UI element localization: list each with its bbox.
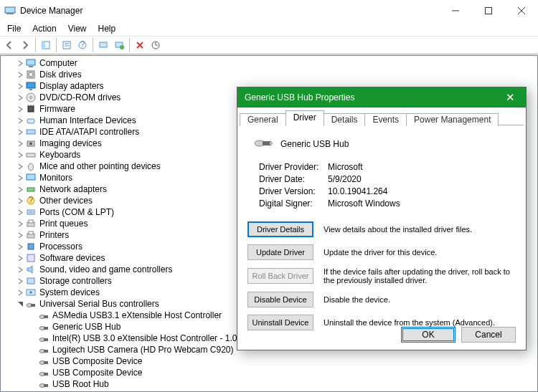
device-category-icon: [25, 264, 37, 275]
tree-node-label: Firmware: [39, 103, 75, 115]
uninstall-device-button[interactable]: Uninstall Device: [247, 315, 313, 330]
tab-details[interactable]: Details: [324, 113, 366, 126]
chevron-right-icon[interactable]: [15, 278, 25, 285]
titlebar: Device Manager: [0, 0, 538, 21]
dialog-title: Generic USB Hub Properties: [245, 92, 499, 102]
forward-button[interactable]: [17, 37, 33, 53]
tree-node-label: Display adapters: [39, 80, 103, 92]
dialog-titlebar[interactable]: Generic USB Hub Properties ✕: [237, 87, 526, 107]
menu-action[interactable]: Action: [27, 22, 62, 35]
chevron-right-icon[interactable]: [15, 163, 25, 170]
svg-rect-37: [27, 174, 35, 180]
tree-node[interactable]: Computer: [2, 57, 537, 69]
tree-node-label: Mice and other pointing devices: [39, 161, 161, 172]
svg-rect-7: [42, 42, 45, 49]
chevron-right-icon[interactable]: [15, 198, 25, 204]
tree-node-label: Storage controllers: [39, 275, 112, 287]
tree-child[interactable]: USB Composite Device: [15, 367, 537, 378]
tree-node-label: Computer: [39, 57, 77, 69]
chevron-right-icon[interactable]: [15, 152, 25, 158]
help-button[interactable]: ?: [75, 37, 90, 53]
version-value: 10.0.19041.264: [328, 186, 387, 196]
chevron-right-icon[interactable]: [15, 209, 25, 216]
svg-rect-32: [27, 130, 35, 134]
svg-rect-57: [44, 327, 48, 330]
disable-device-button[interactable]: Disable Device: [247, 292, 313, 307]
provider-value: Microsoft: [328, 162, 363, 172]
tree-node[interactable]: Disk drives: [2, 69, 537, 80]
chevron-right-icon[interactable]: [15, 244, 25, 250]
update-driver-button[interactable]: Update Driver: [247, 244, 313, 260]
svg-rect-24: [29, 89, 32, 90]
cancel-button[interactable]: Cancel: [461, 327, 516, 343]
tab-events[interactable]: Events: [364, 113, 407, 126]
tree-node-label: Universal Serial Bus controllers: [39, 298, 159, 310]
back-button[interactable]: [1, 37, 17, 53]
toolbar-sep: [35, 38, 36, 52]
tab-general[interactable]: General: [240, 113, 286, 126]
svg-point-15: [120, 45, 124, 49]
svg-point-34: [29, 143, 32, 145]
svg-rect-19: [27, 59, 35, 65]
chevron-right-icon[interactable]: [15, 83, 25, 90]
maximize-button[interactable]: [472, 0, 505, 21]
tree-child[interactable]: USB Root Hub: [15, 378, 537, 390]
tab-driver[interactable]: Driver: [285, 110, 324, 125]
chevron-right-icon[interactable]: [15, 118, 25, 124]
svg-rect-74: [270, 142, 273, 145]
rollback-driver-desc: If the device fails after updating the d…: [324, 267, 516, 285]
tree-node-label: ASMedia USB3.1 eXtensible Host Controlle…: [52, 310, 222, 321]
svg-point-36: [29, 163, 34, 171]
chevron-right-icon[interactable]: [15, 72, 25, 78]
chevron-right-icon[interactable]: [15, 60, 25, 67]
version-label: Driver Version:: [259, 186, 328, 196]
svg-rect-67: [44, 384, 48, 387]
uninstall-button[interactable]: [132, 37, 148, 53]
scan-button[interactable]: [95, 37, 111, 53]
close-button[interactable]: [505, 0, 538, 21]
rollback-driver-button: Roll Back Driver: [247, 268, 313, 284]
chevron-down-icon[interactable]: [15, 301, 25, 307]
tab-power-management[interactable]: Power Management: [406, 113, 499, 126]
menu-help[interactable]: Help: [93, 22, 122, 35]
chevron-right-icon[interactable]: [15, 140, 25, 147]
chevron-right-icon[interactable]: [15, 232, 25, 239]
chevron-right-icon[interactable]: [15, 255, 25, 262]
usb-icon: [38, 333, 49, 344]
tree-child[interactable]: USB Composite Device: [15, 355, 537, 367]
device-category-icon: [25, 241, 37, 252]
tree-node-label: Monitors: [39, 172, 72, 183]
chevron-right-icon[interactable]: [15, 186, 25, 193]
usb-icon: [38, 355, 49, 367]
svg-text:?: ?: [29, 195, 34, 205]
window-controls: [439, 0, 538, 21]
toolbar: ?: [0, 36, 538, 54]
driver-details-button[interactable]: Driver Details: [247, 221, 313, 237]
chevron-right-icon[interactable]: [15, 106, 25, 113]
chevron-right-icon[interactable]: [15, 221, 25, 227]
svg-rect-63: [44, 361, 48, 364]
uninstall-device-desc: Uninstall the device from the system (Ad…: [324, 318, 516, 327]
signer-value: Microsoft Windows: [328, 199, 400, 209]
tree-node-label: Disk drives: [39, 69, 82, 80]
properties-button[interactable]: [59, 37, 75, 53]
svg-rect-49: [27, 278, 34, 284]
chevron-right-icon[interactable]: [15, 129, 25, 135]
svg-rect-27: [28, 106, 34, 112]
show-hide-tree-button[interactable]: [38, 37, 54, 53]
update-driver-button[interactable]: [148, 37, 164, 53]
usb-hub-icon: [253, 135, 273, 152]
dialog-close-button[interactable]: ✕: [499, 90, 522, 105]
menu-view[interactable]: View: [62, 22, 93, 35]
chevron-right-icon[interactable]: [15, 175, 25, 181]
minimize-button[interactable]: [439, 0, 472, 21]
provider-label: Driver Provider:: [259, 162, 328, 172]
menu-file[interactable]: File: [1, 22, 27, 35]
chevron-right-icon[interactable]: [15, 95, 25, 101]
chevron-right-icon[interactable]: [15, 290, 25, 296]
ok-button[interactable]: OK: [401, 327, 456, 343]
add-legacy-button[interactable]: [111, 37, 127, 53]
svg-rect-35: [27, 153, 35, 157]
svg-rect-0: [5, 7, 15, 13]
chevron-right-icon[interactable]: [15, 267, 25, 273]
